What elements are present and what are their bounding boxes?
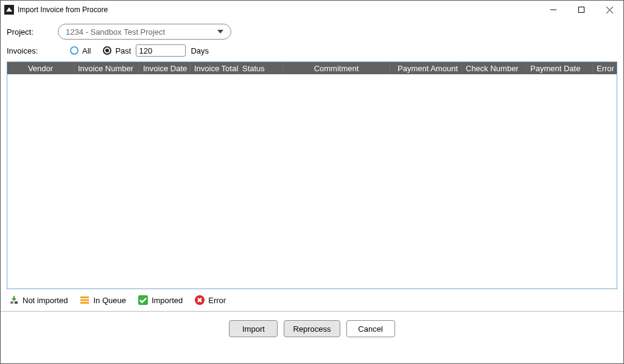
radio-all-label: All (82, 46, 91, 55)
col-error[interactable]: Error (593, 62, 615, 74)
legend-in-queue-label: In Queue (93, 296, 126, 305)
close-button[interactable] (595, 1, 623, 19)
col-payment-date[interactable]: Payment Date (527, 62, 593, 74)
legend-error: Error (195, 295, 226, 305)
legend-not-imported: Not imported (9, 295, 68, 305)
invoices-label: Invoices: (7, 46, 49, 55)
legend-imported: Imported (138, 295, 183, 305)
svg-rect-4 (10, 301, 13, 304)
app-icon (4, 5, 14, 15)
col-invoice-total[interactable]: Invoice Total (191, 62, 239, 74)
svg-rect-5 (15, 301, 18, 304)
legend-in-queue: In Queue (80, 295, 126, 305)
col-vendor[interactable]: Vendor (7, 62, 74, 74)
button-row: Import Reprocess Cancel (7, 312, 617, 346)
not-imported-icon (9, 295, 19, 305)
project-label: Project: (7, 27, 49, 37)
window-title: Import Invoice from Procore (18, 5, 539, 14)
col-check-number[interactable]: Check Number (462, 62, 527, 74)
legend-not-imported-label: Not imported (23, 296, 68, 305)
project-selected-value: 1234 - Sandbox Test Project (66, 27, 165, 37)
table-body[interactable] (7, 74, 617, 289)
chevron-down-icon (217, 30, 223, 33)
imported-icon (138, 295, 148, 305)
svg-rect-1 (579, 7, 584, 13)
col-invoice-date[interactable]: Invoice Date (139, 62, 191, 74)
table-header: Vendor Invoice Number Invoice Date Invoi… (7, 62, 617, 74)
col-status[interactable]: Status (239, 62, 283, 74)
legend-error-label: Error (208, 296, 226, 305)
days-input[interactable] (136, 44, 186, 57)
svg-rect-7 (80, 299, 89, 301)
col-invoice-number[interactable]: Invoice Number (74, 62, 139, 74)
svg-rect-8 (80, 302, 89, 304)
minimize-button[interactable] (539, 1, 567, 19)
reprocess-button[interactable]: Reprocess (284, 320, 340, 337)
import-button[interactable]: Import (229, 320, 278, 337)
radio-past[interactable] (103, 46, 111, 55)
cancel-button[interactable]: Cancel (346, 320, 395, 337)
titlebar: Import Invoice from Procore (1, 1, 623, 19)
legend-imported-label: Imported (152, 296, 183, 305)
days-suffix: Days (191, 46, 209, 55)
col-commitment[interactable]: Commitment (283, 62, 390, 74)
maximize-button[interactable] (567, 1, 595, 19)
project-dropdown[interactable]: 1234 - Sandbox Test Project (58, 24, 231, 40)
svg-rect-6 (80, 296, 89, 298)
invoice-table: Vendor Invoice Number Invoice Date Invoi… (7, 61, 617, 289)
col-payment-amount[interactable]: Payment Amount (390, 62, 462, 74)
in-queue-icon (80, 295, 89, 305)
window-controls (539, 1, 623, 19)
svg-rect-9 (138, 295, 148, 305)
error-icon (195, 295, 205, 305)
radio-all[interactable] (70, 46, 79, 55)
radio-past-label: Past (115, 46, 131, 55)
legend: Not imported In Queue Imported (7, 289, 617, 311)
